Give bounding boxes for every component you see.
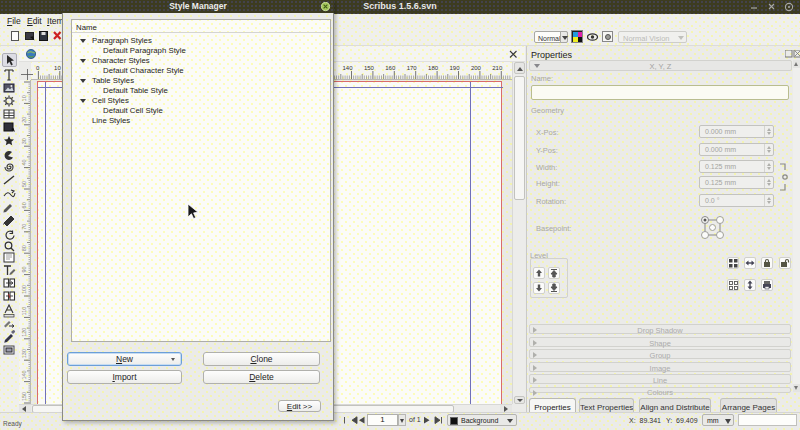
svg-text:80: 80 (21, 245, 27, 251)
svg-text:210: 210 (492, 65, 503, 71)
svg-text:10: 10 (54, 65, 61, 71)
svg-text:120: 120 (21, 328, 27, 337)
svg-text:70: 70 (21, 224, 27, 230)
svg-text:10: 10 (21, 95, 27, 101)
svg-text:140: 140 (21, 370, 27, 379)
svg-text:190: 190 (449, 65, 460, 71)
svg-text:170: 170 (407, 65, 418, 71)
svg-text:90: 90 (21, 266, 27, 272)
svg-text:200: 200 (471, 65, 482, 71)
svg-text:30: 30 (21, 138, 27, 144)
svg-text:140: 140 (342, 65, 353, 71)
svg-text:130: 130 (21, 349, 27, 358)
svg-text:100: 100 (21, 285, 27, 294)
svg-text:110: 110 (21, 307, 27, 316)
svg-text:0: 0 (36, 65, 40, 71)
svg-text:150: 150 (21, 392, 27, 401)
svg-text:180: 180 (428, 65, 439, 71)
svg-text:20: 20 (21, 117, 27, 123)
svg-text:160: 160 (385, 65, 396, 71)
svg-text:150: 150 (364, 65, 375, 71)
svg-text:50: 50 (21, 181, 27, 187)
svg-text:40: 40 (21, 159, 27, 165)
svg-text:60: 60 (21, 202, 27, 208)
